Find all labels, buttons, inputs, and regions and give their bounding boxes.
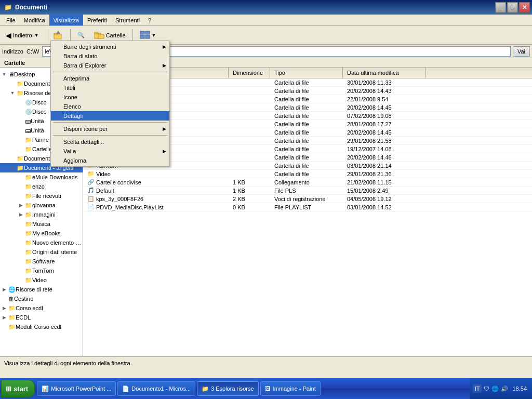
explorer-icon: 📁 <box>202 385 209 392</box>
taskbar-powerpoint-label: Microsoft PowerPoint ... <box>51 385 111 392</box>
minimize-button[interactable]: _ <box>495 2 506 13</box>
col-data[interactable]: Data ultima modifica <box>343 68 426 78</box>
menu-modifica[interactable]: Modifica <box>20 15 49 25</box>
sidebar-item-video[interactable]: 📁 Video <box>0 275 83 285</box>
file-date: 20/02/2008 14.43 <box>347 88 392 94</box>
file-row[interactable]: 📋 kps_3y_000F8F26 2 KB Voci di registraz… <box>83 195 532 203</box>
file-size-cell <box>229 78 270 86</box>
file-row[interactable]: 🔗 Cartelle condivise 1 KB Collegamento 2… <box>83 178 532 187</box>
menu-file[interactable]: File <box>2 15 20 25</box>
menu-aggiorna[interactable]: Aggiorna <box>51 156 169 165</box>
col-dimensione[interactable]: Dimensione <box>229 68 270 78</box>
sidebar-item-file-ricevuti[interactable]: 📁 File ricevuti <box>0 191 83 201</box>
menu-barra-stato[interactable]: Barra di stato <box>51 51 169 61</box>
sidebar-item-giovanna[interactable]: ▶ 📁 giovanna <box>0 201 83 210</box>
windows-logo: ⊞ <box>6 385 11 393</box>
folder-icon: 📁 <box>8 324 16 330</box>
file-type-cell: Cartella di file <box>270 128 343 136</box>
file-type-cell: File PLAYLIST <box>270 203 343 211</box>
sidebar-item-emule-downloads[interactable]: 📁 eMule Downloads <box>0 172 83 182</box>
menu-elenco[interactable]: Elenco <box>51 102 169 111</box>
file-name-cell: 📄 PDVD_MediaDisc.PlayList <box>83 203 229 211</box>
file-date: 03/01/2008 21.14 <box>347 163 392 169</box>
file-type-cell: Cartella di file <box>270 137 343 144</box>
expand-icon: ▶ <box>0 313 8 322</box>
taskbar-powerpoint[interactable]: 📊 Microsoft PowerPoint ... <box>37 381 116 396</box>
menu-dettagli[interactable]: Dettagli <box>51 111 169 121</box>
menu-anteprima[interactable]: Anteprima <box>51 74 169 83</box>
menu-visualizza[interactable]: Visualizza <box>49 15 83 25</box>
sidebar-item-cestino[interactable]: 🗑 Cestino <box>0 294 83 303</box>
file-type: File PLS <box>274 188 296 194</box>
folder-icon: 📁 <box>17 165 24 171</box>
sidebar-item-musica[interactable]: 📁 Musica <box>0 219 83 229</box>
sidebar-item-software[interactable]: 📁 Software <box>0 257 83 266</box>
menu-barra-explorer[interactable]: Barra di Explorer <box>51 61 169 70</box>
file-type-cell: Cartella di file <box>270 120 343 128</box>
expand-icon <box>0 323 8 331</box>
menu-icone[interactable]: Icone <box>51 92 169 102</box>
drive-icon: 🖴 <box>25 118 31 124</box>
sidebar-item-nuovo-el[interactable]: 📁 Nuovo elemento decorativo <box>0 238 83 247</box>
visualizza-dropdown: Barre degli strumenti Barra di stato Bar… <box>50 41 170 167</box>
back-label: Indietro <box>13 32 32 38</box>
file-date-cell: 20/02/2008 14.45 <box>343 103 426 111</box>
back-button[interactable]: ◀ Indietro ▼ <box>2 28 43 43</box>
statusbar: Visualizza i dettagli di ogni elemento d… <box>0 356 532 369</box>
menu-help[interactable]: ? <box>144 15 155 25</box>
file-row[interactable]: 🎵 Default 1 KB File PLS 15/01/2008 2.49 <box>83 187 532 195</box>
lang-indicator: IT <box>473 384 482 393</box>
file-row[interactable]: 📁 Video Cartella di file 29/01/2008 21.3… <box>83 170 532 178</box>
file-type: Cartella di file <box>274 96 309 102</box>
file-date-cell: 20/02/2008 14.45 <box>343 128 426 136</box>
menu-scelta-dettagli[interactable]: Scelta dettagli... <box>51 137 169 147</box>
file-type: Cartella di file <box>274 79 309 86</box>
menu-preferiti[interactable]: Preferiti <box>83 15 111 25</box>
sidebar-item-my-ebooks[interactable]: 📁 My eBooks <box>0 229 83 238</box>
taskbar-items: 📊 Microsoft PowerPoint ... 📄 Documento1 … <box>35 381 470 396</box>
maximize-button[interactable]: □ <box>507 2 518 13</box>
file-size-cell <box>229 153 270 161</box>
sidebar-item-risorse-rete[interactable]: ▶ 🌐 Risorse di rete <box>0 285 83 294</box>
col-tipo[interactable]: Tipo <box>270 68 343 78</box>
back-dropdown-icon[interactable]: ▼ <box>34 33 39 38</box>
svg-marker-2 <box>56 31 60 34</box>
file-date: 20/02/2008 14.45 <box>347 104 392 111</box>
menu-barre-strumenti[interactable]: Barre degli strumenti <box>51 42 169 51</box>
expand-icon <box>17 220 25 228</box>
close-button[interactable]: ✕ <box>519 2 530 13</box>
toolbar-separator-2 <box>70 29 71 42</box>
svg-rect-10 <box>145 35 150 38</box>
taskbar-immagine[interactable]: 🖼 Immagine - Paint <box>260 381 321 396</box>
start-button[interactable]: ⊞ start <box>1 380 35 397</box>
file-name: Video <box>96 171 111 177</box>
network-tray-icon: 🌐 <box>491 385 499 392</box>
menu-disponi-icone[interactable]: Disponi icone per <box>51 124 169 134</box>
file-date-cell: 29/01/2008 21.58 <box>343 137 426 144</box>
folder-icon: 📁 <box>17 90 24 97</box>
taskbar-right: IT 🛡 🌐 🔊 18.54 <box>470 378 532 399</box>
sidebar-item-moduli-corso[interactable]: 📁 Moduli Corso ecdl <box>0 322 83 331</box>
menu-strumenti[interactable]: Strumenti <box>111 15 144 25</box>
vai-button[interactable]: Vai <box>513 46 530 57</box>
toolbar-separator-3 <box>132 29 133 42</box>
sidebar-item-enzo[interactable]: 📁 enzo <box>0 182 83 191</box>
address-display: C:\W <box>25 48 40 55</box>
file-row[interactable]: 📄 PDVD_MediaDisc.PlayList 0 KB File PLAY… <box>83 203 532 211</box>
sidebar-item-origini[interactable]: 📁 Origini dati utente <box>0 247 83 257</box>
sidebar-item-corso-ecdl[interactable]: ▶ 📁 Corso ecdl <box>0 303 83 313</box>
sidebar-item-immagini[interactable]: ▶ 📁 Immagini <box>0 210 83 219</box>
file-type: Cartella di file <box>274 138 309 144</box>
sidebar-item-ecdl[interactable]: ▶ 📁 ECDL <box>0 313 83 322</box>
network-icon: 🌐 <box>8 286 16 293</box>
taskbar-documento1[interactable]: 📄 Documento1 - Micros... <box>117 381 195 396</box>
file-size-cell <box>229 137 270 144</box>
taskbar-esplora[interactable]: 📁 3 Esplora risorse <box>197 381 259 396</box>
file-size-cell <box>229 128 270 136</box>
menu-vai-a[interactable]: Vai a <box>51 147 169 156</box>
menu-titoli[interactable]: Titoli <box>51 83 169 92</box>
sidebar-item-tomtom[interactable]: 📁 TomTom <box>0 266 83 275</box>
views-dropdown-icon[interactable]: ▼ <box>152 33 156 38</box>
file-type: Cartella di file <box>274 129 309 136</box>
file-name-cell: 📁 Video <box>83 170 229 178</box>
